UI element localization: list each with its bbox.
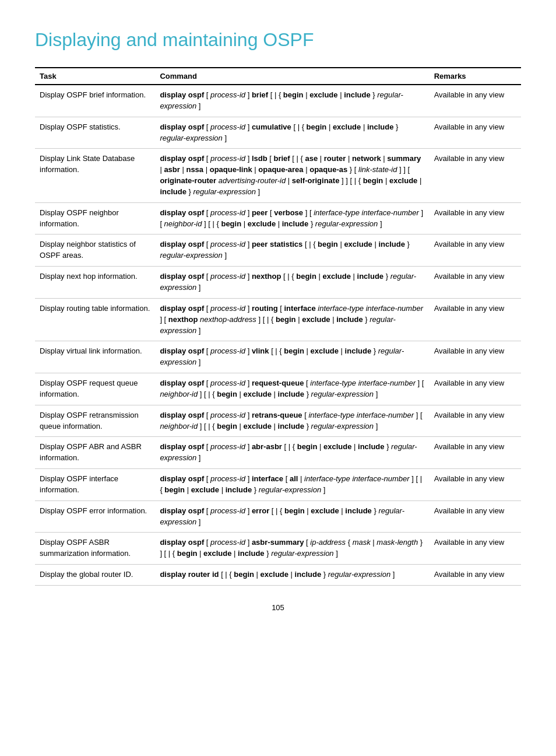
task-cell: Display routing table information. — [35, 298, 155, 341]
remarks-cell: Available in any view — [430, 501, 521, 533]
command-cell: display ospf [ process-id ] cumulative [… — [155, 117, 429, 149]
table-row: Display virtual link information.display… — [35, 341, 521, 373]
page-title: Displaying and maintaining OSPF — [35, 29, 521, 51]
table-row: Display OSPF ASBR summarization informat… — [35, 533, 521, 565]
task-cell: Display OSPF retransmission queue inform… — [35, 405, 155, 437]
table-row: Display next hop information.display osp… — [35, 267, 521, 299]
table-row: Display OSPF ABR and ASBR information.di… — [35, 437, 521, 469]
table-row: Display OSPF neighbor information.displa… — [35, 202, 521, 235]
task-cell: Display neighbor statistics of OSPF area… — [35, 235, 155, 267]
remarks-cell: Available in any view — [430, 267, 521, 299]
col-header-task: Task — [35, 68, 155, 85]
task-cell: Display OSPF brief information. — [35, 85, 155, 117]
table-row: Display OSPF request queue information.d… — [35, 373, 521, 405]
task-cell: Display OSPF request queue information. — [35, 373, 155, 405]
remarks-cell: Available in any view — [430, 235, 521, 267]
table-row: Display neighbor statistics of OSPF area… — [35, 235, 521, 267]
table-row: Display OSPF interface information.displ… — [35, 469, 521, 501]
task-cell: Display OSPF ABR and ASBR information. — [35, 437, 155, 469]
command-cell: display ospf [ process-id ] lsdb [ brief… — [155, 149, 429, 202]
task-cell: Display OSPF neighbor information. — [35, 202, 155, 235]
remarks-cell: Available in any view — [430, 533, 521, 565]
remarks-cell: Available in any view — [430, 469, 521, 501]
remarks-cell: Available in any view — [430, 85, 521, 117]
command-cell: display ospf [ process-id ] abr-asbr [ |… — [155, 437, 429, 469]
command-cell: display ospf [ process-id ] asbr-summary… — [155, 533, 429, 565]
command-cell: display ospf [ process-id ] peer [ verbo… — [155, 202, 429, 235]
table-header-row: Task Command Remarks — [35, 68, 521, 85]
col-header-command: Command — [155, 68, 429, 85]
command-cell: display ospf [ process-id ] retrans-queu… — [155, 405, 429, 437]
task-cell: Display OSPF ASBR summarization informat… — [35, 533, 155, 565]
command-cell: display ospf [ process-id ] peer statist… — [155, 235, 429, 267]
command-cell: display ospf [ process-id ] interface [ … — [155, 469, 429, 501]
command-cell: display ospf [ process-id ] brief [ | { … — [155, 85, 429, 117]
col-header-remarks: Remarks — [430, 68, 521, 85]
command-cell: display ospf [ process-id ] vlink [ | { … — [155, 341, 429, 373]
command-cell: display ospf [ process-id ] routing [ in… — [155, 298, 429, 341]
table-row: Display Link State Database information.… — [35, 149, 521, 202]
remarks-cell: Available in any view — [430, 437, 521, 469]
table-row: Display OSPF statistics.display ospf [ p… — [35, 117, 521, 149]
remarks-cell: Available in any view — [430, 373, 521, 405]
command-cell: display ospf [ process-id ] request-queu… — [155, 373, 429, 405]
table-row: Display OSPF retransmission queue inform… — [35, 405, 521, 437]
task-cell: Display virtual link information. — [35, 341, 155, 373]
task-cell: Display OSPF error information. — [35, 501, 155, 533]
command-cell: display ospf [ process-id ] error [ | { … — [155, 501, 429, 533]
command-cell: display router id [ | { begin | exclude … — [155, 565, 429, 586]
remarks-cell: Available in any view — [430, 341, 521, 373]
remarks-cell: Available in any view — [430, 405, 521, 437]
remarks-cell: Available in any view — [430, 298, 521, 341]
task-cell: Display Link State Database information. — [35, 149, 155, 202]
remarks-cell: Available in any view — [430, 202, 521, 235]
table-row: Display OSPF brief information.display o… — [35, 85, 521, 117]
task-cell: Display next hop information. — [35, 267, 155, 299]
table-row: Display OSPF error information.display o… — [35, 501, 521, 533]
command-cell: display ospf [ process-id ] nexthop [ | … — [155, 267, 429, 299]
remarks-cell: Available in any view — [430, 565, 521, 586]
remarks-cell: Available in any view — [430, 149, 521, 202]
task-cell: Display OSPF statistics. — [35, 117, 155, 149]
remarks-cell: Available in any view — [430, 117, 521, 149]
main-table: Task Command Remarks Display OSPF brief … — [35, 67, 521, 586]
table-row: Display the global router ID.display rou… — [35, 565, 521, 586]
task-cell: Display OSPF interface information. — [35, 469, 155, 501]
task-cell: Display the global router ID. — [35, 565, 155, 586]
page-number: 105 — [35, 603, 521, 612]
table-row: Display routing table information.displa… — [35, 298, 521, 341]
